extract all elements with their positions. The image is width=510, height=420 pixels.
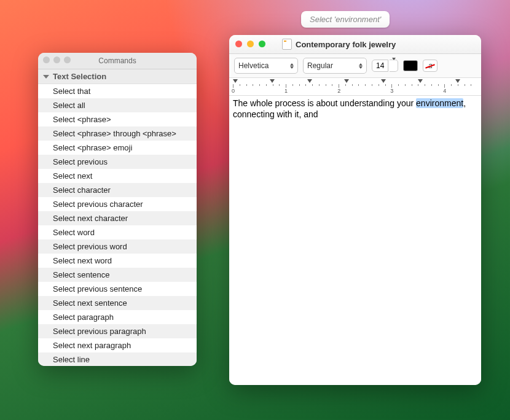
command-item[interactable]: Select line [38, 352, 197, 366]
command-item[interactable]: Select previous [38, 155, 197, 169]
ruler-minor-tick [458, 84, 458, 86]
command-item[interactable]: Select next [38, 169, 197, 183]
ruler-tab-marker[interactable] [344, 79, 349, 83]
commands-traffic-lights [43, 56, 71, 63]
clear-formatting-button[interactable]: a [423, 60, 437, 72]
ruler-label: 0 [232, 88, 235, 94]
ruler-minor-tick [365, 84, 366, 86]
ruler-minor-tick [240, 84, 240, 86]
ruler-minor-tick [465, 84, 465, 86]
command-item[interactable]: Select <phrase> through <phrase> [38, 126, 197, 141]
commands-window: Commands Text Selection Select thatSelec… [38, 53, 197, 366]
text-color-swatch[interactable] [403, 60, 418, 71]
ruler-minor-tick [412, 84, 412, 86]
command-item[interactable]: Select previous paragraph [38, 324, 197, 338]
font-style-value: Regular [307, 61, 333, 70]
command-item[interactable]: Select sentence [38, 268, 197, 282]
ruler-minor-tick [312, 84, 313, 86]
ruler-label: 4 [443, 88, 446, 94]
minimize-icon[interactable] [247, 41, 254, 47]
zoom-icon[interactable] [259, 41, 265, 47]
commands-section-label: Text Selection [53, 72, 106, 81]
font-family-select[interactable]: Helvetica [234, 58, 298, 74]
ruler-label: 1 [284, 88, 288, 94]
updown-icon [359, 63, 363, 69]
ruler-minor-tick [425, 84, 425, 86]
font-size-value: 14 [376, 61, 384, 70]
command-item[interactable]: Select <phrase> [38, 112, 197, 126]
close-icon[interactable] [43, 56, 50, 63]
ruler-minor-tick [438, 84, 439, 86]
command-item[interactable]: Select character [38, 183, 197, 197]
ruler-minor-tick [246, 84, 247, 86]
ruler-minor-tick [292, 84, 293, 86]
chevron-down-icon [43, 75, 49, 79]
ruler-label: 2 [337, 88, 340, 94]
voice-command-pill: Select 'environment' [301, 11, 390, 28]
font-size-control: 14 [372, 60, 398, 72]
command-item[interactable]: Select word [38, 225, 197, 239]
textedit-document-title: Contemporary folk jewelry [296, 40, 396, 49]
ruler-minor-tick [345, 84, 346, 86]
updown-icon [290, 63, 294, 69]
ruler-minor-tick [418, 84, 418, 86]
command-item[interactable]: Select previous character [38, 197, 197, 211]
ruler-minor-tick [259, 84, 260, 86]
command-item[interactable]: Select all [38, 98, 197, 112]
command-item[interactable]: Select next paragraph [38, 338, 197, 352]
textedit-traffic-lights [235, 41, 265, 47]
ruler-minor-tick [332, 84, 332, 86]
commands-list: Select thatSelect allSelect <phrase>Sele… [38, 84, 197, 366]
command-item[interactable]: Select next sentence [38, 296, 197, 310]
command-item[interactable]: Select next character [38, 211, 197, 225]
font-size-field[interactable]: 14 [372, 60, 388, 72]
ruler-minor-tick [385, 84, 386, 86]
ruler-minor-tick [273, 84, 273, 86]
ruler-minor-tick [471, 84, 471, 86]
ruler-minor-tick [305, 84, 306, 86]
ruler-minor-tick [431, 84, 432, 86]
ruler-tab-marker[interactable] [455, 79, 460, 83]
ruler-minor-tick [405, 84, 406, 86]
font-size-stepper[interactable] [390, 60, 398, 72]
ruler-label: 3 [390, 88, 393, 94]
ruler-minor-tick [266, 84, 267, 86]
command-item[interactable]: Select <phrase> emoji [38, 141, 197, 155]
ruler-minor-tick [279, 84, 280, 86]
ruler-minor-tick [319, 84, 320, 86]
ruler-minor-tick [372, 84, 372, 86]
commands-titlebar[interactable]: Commands [38, 53, 197, 69]
ruler-tab-marker[interactable] [270, 79, 275, 83]
commands-section-header[interactable]: Text Selection [38, 69, 197, 84]
textedit-titlebar[interactable]: Contemporary folk jewelry [229, 35, 481, 54]
ruler-minor-tick [451, 84, 452, 86]
ruler-tab-marker[interactable] [381, 79, 386, 83]
ruler-minor-tick [398, 84, 399, 86]
editor-area[interactable]: The whole process is about understanding… [229, 96, 481, 385]
ruler-tab-marker[interactable] [233, 79, 238, 83]
ruler-tab-marker[interactable] [307, 79, 312, 83]
ruler-minor-tick [358, 84, 359, 86]
command-item[interactable]: Select paragraph [38, 310, 197, 324]
zoom-icon[interactable] [64, 56, 71, 63]
command-item[interactable]: Select that [38, 84, 197, 98]
textedit-toolbar: Helvetica Regular 14 a [229, 54, 481, 78]
font-style-select[interactable]: Regular [303, 58, 367, 74]
body-text-pre: The whole process is about understanding… [233, 98, 416, 108]
ruler-minor-tick [326, 84, 326, 86]
chevron-down-icon [392, 60, 396, 71]
voice-command-text: Select 'environment' [310, 15, 381, 24]
ruler-minor-tick [253, 84, 253, 86]
minimize-icon[interactable] [53, 56, 60, 63]
close-icon[interactable] [235, 41, 242, 47]
command-item[interactable]: Select next word [38, 254, 197, 268]
ruler-minor-tick [379, 84, 379, 86]
ruler-minor-tick [299, 84, 300, 86]
desktop-background: Select 'environment' Commands Text Selec… [0, 0, 510, 420]
font-family-value: Helvetica [238, 61, 269, 70]
command-item[interactable]: Select previous word [38, 239, 197, 254]
ruler-tab-marker[interactable] [418, 79, 423, 83]
command-item[interactable]: Select previous sentence [38, 282, 197, 296]
ruler[interactable]: 01234 [229, 78, 481, 96]
textedit-title-wrap: Contemporary folk jewelry [282, 39, 396, 50]
